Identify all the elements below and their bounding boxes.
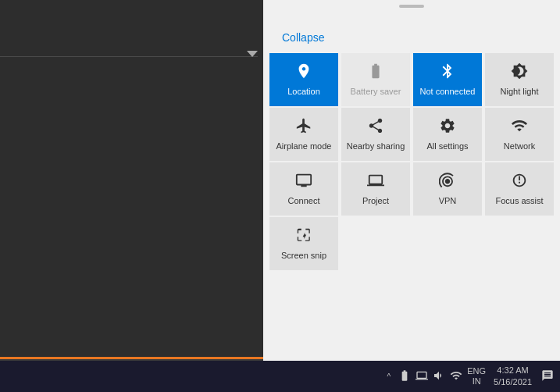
vpn-icon: [439, 172, 456, 193]
night-light-label: Night light: [501, 87, 539, 97]
connect-icon: [295, 172, 312, 193]
connect-label: Connect: [288, 196, 320, 206]
collapse-button[interactable]: Collapse: [269, 25, 337, 50]
dropdown-arrow: [247, 51, 258, 57]
tile-night-light[interactable]: Night light: [485, 53, 554, 106]
focus-assist-label: Focus assist: [495, 196, 543, 206]
all-settings-label: All settings: [426, 141, 468, 151]
focus-assist-icon: [511, 172, 528, 193]
screen-snip-label: Screen snip: [281, 251, 326, 261]
drag-handle: [399, 5, 424, 8]
tile-connect[interactable]: Connect: [269, 162, 338, 216]
taskbar-wifi-icon[interactable]: [450, 369, 462, 384]
tile-all-settings[interactable]: All settings: [413, 108, 482, 161]
taskbar-language[interactable]: ENG IN: [467, 366, 486, 387]
taskbar-datetime[interactable]: 4:32 AM 5/16/2021: [494, 365, 532, 389]
network-label: Network: [504, 141, 535, 151]
network-icon: [511, 117, 528, 138]
taskbar-notification-icon[interactable]: [541, 369, 554, 384]
tile-nearby-sharing[interactable]: Nearby sharing: [341, 108, 410, 161]
airplane-mode-label: Airplane mode: [276, 141, 332, 151]
vpn-label: VPN: [439, 196, 457, 206]
battery-saver-label: Battery saver: [351, 87, 401, 97]
tile-network[interactable]: Network: [485, 108, 554, 161]
location-icon: [295, 62, 312, 84]
airplane-icon: [295, 117, 312, 138]
bluetooth-icon: [439, 62, 456, 84]
taskbar: ^ ENG IN 4:32 AM 5/16/2021: [0, 361, 560, 392]
nearby-sharing-label: Nearby sharing: [347, 141, 405, 151]
left-panel: [0, 0, 263, 359]
separator-line: [0, 56, 258, 57]
taskbar-network-status-icon[interactable]: [398, 369, 411, 384]
taskbar-chevron[interactable]: ^: [387, 372, 391, 381]
tile-vpn[interactable]: VPN: [413, 162, 482, 216]
project-icon: [367, 172, 384, 193]
tile-screen-snip[interactable]: Screen snip: [269, 217, 338, 270]
bluetooth-label: Not connected: [420, 87, 476, 97]
action-center: Collapse Location Battery saver: [263, 0, 560, 363]
taskbar-right-area: ^ ENG IN 4:32 AM 5/16/2021: [387, 365, 554, 389]
tile-location[interactable]: Location: [269, 53, 338, 106]
settings-icon: [439, 117, 456, 138]
battery-icon: [367, 62, 384, 84]
tile-focus-assist[interactable]: Focus assist: [485, 162, 554, 216]
tile-battery-saver[interactable]: Battery saver: [341, 53, 410, 106]
location-label: Location: [287, 87, 320, 97]
project-label: Project: [362, 196, 389, 206]
tile-project[interactable]: Project: [341, 162, 410, 216]
taskbar-volume-icon[interactable]: [433, 369, 445, 384]
screen-snip-icon: [295, 226, 312, 248]
night-light-icon: [511, 62, 528, 84]
quick-actions-grid: Location Battery saver Not connected: [263, 50, 560, 273]
tile-airplane-mode[interactable]: Airplane mode: [269, 108, 338, 161]
nearby-sharing-icon: [367, 117, 384, 138]
drag-area: [263, 0, 560, 17]
taskbar-display-icon[interactable]: [416, 369, 428, 384]
tile-bluetooth[interactable]: Not connected: [413, 53, 482, 106]
